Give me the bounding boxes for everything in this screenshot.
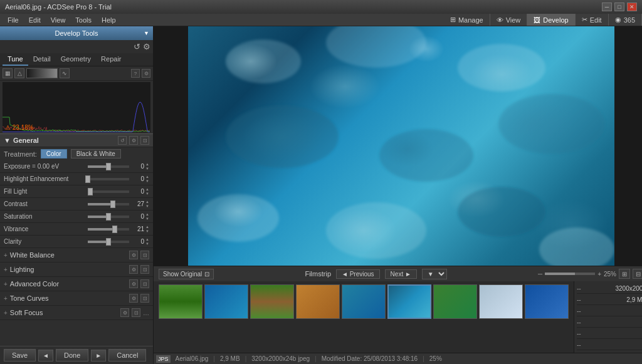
thumbnail-6[interactable]: [387, 284, 431, 319]
tab-detail[interactable]: Detail: [28, 53, 56, 66]
develop-button[interactable]: 🖼 Develop: [527, 14, 575, 26]
settings-icon[interactable]: ⚙: [143, 42, 150, 51]
filmstrip-dropdown[interactable]: ▼: [422, 269, 447, 279]
contrast-up-arrow[interactable]: ▲: [145, 200, 149, 204]
saturation-down-arrow[interactable]: ▼: [145, 217, 149, 221]
fill-light-track[interactable]: [88, 190, 129, 193]
vibrance-track[interactable]: [88, 228, 129, 231]
advanced-color-settings-icon[interactable]: ⚙: [129, 279, 138, 288]
general-refresh-icon[interactable]: ↺: [118, 136, 127, 145]
contrast-thumb[interactable]: [110, 200, 115, 208]
panel-settings-icon[interactable]: ⚙: [142, 69, 150, 78]
minimize-button[interactable]: ─: [602, 3, 612, 11]
done-button[interactable]: Done: [56, 349, 88, 361]
soft-focus-settings-icon[interactable]: ⚙: [120, 308, 129, 317]
fill-light-up-arrow[interactable]: ▲: [145, 187, 149, 192]
highlight-down-arrow[interactable]: ▼: [145, 179, 149, 184]
thumbnail-1[interactable]: [159, 284, 203, 319]
gradient-icon[interactable]: [26, 68, 58, 78]
cancel-button[interactable]: Cancel: [108, 349, 146, 361]
highlight-thumb[interactable]: [85, 175, 90, 183]
thumbnail-9[interactable]: [525, 284, 569, 319]
clarity-down-arrow[interactable]: ▼: [145, 242, 149, 246]
advanced-color-pin-icon[interactable]: ⊡: [140, 279, 149, 288]
manage-button[interactable]: ⊞ Manage: [444, 14, 490, 26]
highlight-track[interactable]: [88, 178, 129, 180]
contrast-down-arrow[interactable]: ▼: [145, 204, 149, 209]
exposure-up-arrow[interactable]: ▲: [145, 162, 149, 167]
prev-button[interactable]: ◄: [38, 350, 53, 361]
fill-light-down-arrow[interactable]: ▼: [145, 192, 149, 196]
saturation-thumb[interactable]: [106, 213, 111, 221]
clarity-up-arrow[interactable]: ▲: [145, 237, 149, 242]
help-icon[interactable]: ?: [131, 69, 140, 78]
thumbnail-3[interactable]: [250, 284, 294, 319]
soft-focus-more-icon[interactable]: …: [143, 309, 149, 316]
maximize-button[interactable]: □: [614, 3, 624, 11]
next-button[interactable]: ►: [91, 350, 106, 361]
general-settings-icon[interactable]: ⚙: [129, 136, 138, 145]
thumbnail-5[interactable]: [342, 284, 386, 319]
tab-geometry[interactable]: Geometry: [56, 53, 96, 66]
actual-view-button[interactable]: ⊟: [633, 269, 642, 279]
clarity-thumb[interactable]: [106, 238, 111, 246]
refresh-icon[interactable]: ↺: [134, 42, 140, 51]
tab-repair[interactable]: Repair: [96, 53, 126, 66]
thumbnail-4[interactable]: [296, 284, 340, 319]
soft-focus-pin-icon[interactable]: ⊡: [132, 308, 140, 317]
histogram-icon[interactable]: ▦: [3, 68, 13, 78]
tone-curves-pin-icon[interactable]: ⊡: [140, 294, 149, 303]
white-balance-header[interactable]: + White Balance ⚙ ⊡: [0, 248, 153, 262]
soft-focus-header[interactable]: + Soft Focus ⚙ ⊡ …: [0, 306, 153, 320]
save-button[interactable]: Save: [4, 349, 36, 361]
lighting-header[interactable]: + Lighting ⚙ ⊡: [0, 263, 153, 276]
highlight-up-arrow[interactable]: ▲: [145, 175, 149, 179]
vibrance-up-arrow[interactable]: ▲: [145, 225, 149, 229]
fill-light-thumb[interactable]: [88, 188, 93, 195]
saturation-track[interactable]: [88, 216, 129, 218]
menu-view[interactable]: View: [46, 15, 71, 25]
clarity-track[interactable]: [88, 241, 129, 243]
develop-tools-header[interactable]: Develop Tools: [0, 26, 153, 40]
previous-button[interactable]: ◄ Previous: [336, 269, 380, 279]
thumbnail-8[interactable]: [479, 284, 523, 319]
show-original-button[interactable]: Show Original ⊡: [159, 269, 214, 279]
white-balance-settings-icon[interactable]: ⚙: [129, 251, 138, 259]
lighting-pin-icon[interactable]: ⊡: [140, 265, 149, 274]
vibrance-thumb[interactable]: [112, 226, 117, 233]
white-balance-pin-icon[interactable]: ⊡: [140, 251, 149, 259]
general-pin-icon[interactable]: ⊡: [140, 136, 149, 145]
saturation-up-arrow[interactable]: ▲: [145, 212, 149, 217]
tone-curves-settings-icon[interactable]: ⚙: [129, 294, 138, 303]
exposure-thumb[interactable]: [106, 163, 111, 170]
menu-edit[interactable]: Edit: [24, 15, 46, 25]
contrast-track[interactable]: [88, 203, 129, 205]
tone-curves-header[interactable]: + Tone Curves ⚙ ⊡: [0, 291, 153, 305]
thumbnail-2[interactable]: [204, 284, 248, 319]
menu-tools[interactable]: Tools: [70, 15, 97, 25]
menu-file[interactable]: File: [3, 15, 24, 25]
triangle-icon[interactable]: △: [14, 68, 24, 78]
next-button[interactable]: Next ►: [385, 269, 417, 279]
zoom-plus-icon[interactable]: +: [597, 271, 601, 278]
thumbnail-7[interactable]: [433, 284, 477, 319]
curve-icon[interactable]: ∿: [60, 68, 70, 78]
advanced-color-label: Advanced Color: [10, 280, 59, 288]
exposure-down-arrow[interactable]: ▼: [145, 167, 149, 171]
exposure-track[interactable]: [88, 165, 129, 168]
bw-treatment-button[interactable]: Black & White: [71, 149, 121, 159]
lighting-settings-icon[interactable]: ⚙: [129, 265, 138, 274]
fit-view-button[interactable]: ⊞: [619, 269, 630, 279]
view-button[interactable]: 👁 View: [490, 14, 528, 26]
365-button[interactable]: ◉ 365: [609, 14, 642, 26]
zoom-minus-icon[interactable]: ─: [538, 271, 542, 278]
advanced-color-header[interactable]: + Advanced Color ⚙ ⊡: [0, 277, 153, 291]
color-treatment-button[interactable]: Color: [41, 149, 67, 159]
tab-tune[interactable]: Tune: [3, 53, 28, 66]
close-button[interactable]: ✕: [627, 3, 637, 11]
menu-help[interactable]: Help: [97, 15, 121, 25]
vibrance-down-arrow[interactable]: ▼: [145, 229, 149, 234]
general-section-header[interactable]: ▼ General ↺ ⚙ ⊡: [0, 133, 153, 147]
edit-button[interactable]: ✂ Edit: [576, 14, 609, 26]
zoom-slider[interactable]: [545, 273, 595, 275]
